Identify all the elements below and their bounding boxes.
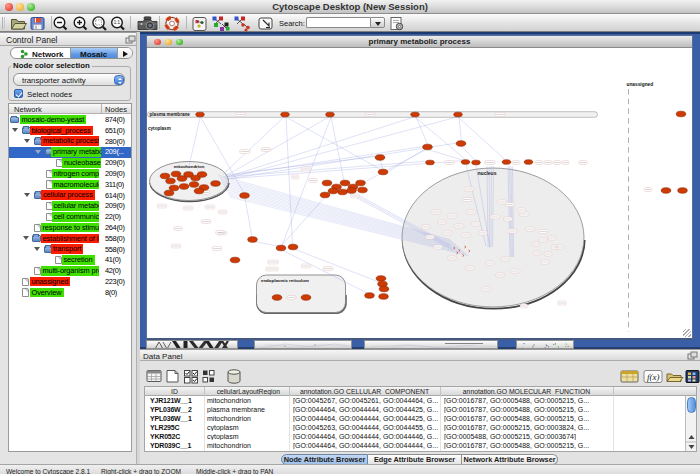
svg-text:endoplasmic reticulum: endoplasmic reticulum — [261, 278, 309, 283]
svg-text:f(x): f(x) — [647, 372, 660, 382]
svg-text:cytoplasm: cytoplasm — [148, 126, 171, 131]
svg-text:unassigned: unassigned — [627, 82, 654, 87]
svg-text:plasma membrane: plasma membrane — [150, 112, 191, 117]
svg-text:1:1: 1:1 — [114, 20, 121, 25]
